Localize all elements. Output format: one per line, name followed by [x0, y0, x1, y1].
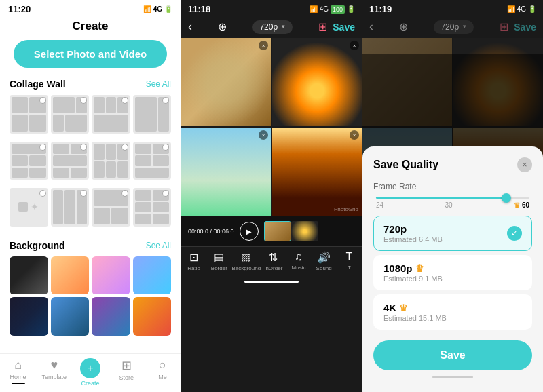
collage-see-all[interactable]: See All — [146, 79, 171, 89]
collage-template-10[interactable] — [51, 188, 90, 227]
nav-create-label: Create — [81, 380, 100, 387]
time-2: 11:18 — [188, 4, 210, 14]
modal-close-button[interactable]: × — [517, 157, 532, 172]
crown-icon-1080p: ♛ — [415, 263, 424, 274]
quality-4k[interactable]: 4K ♛ Estimated 15.1 MB — [373, 294, 532, 330]
collage-template-8[interactable] — [133, 142, 172, 180]
nav-create[interactable]: + Create — [72, 358, 108, 387]
profile-icon: ○ — [159, 358, 166, 372]
grid-icon-2[interactable]: ⊞ — [318, 20, 327, 33]
bg-item-7[interactable] — [92, 297, 130, 336]
select-photo-video-button[interactable]: Select Photo and Video — [14, 40, 167, 68]
bg-item-6[interactable] — [51, 297, 90, 336]
editor-topbar: ‹ ⊕ 720p ▼ ⊞ Save — [181, 17, 362, 38]
resolution-label-3: 720p — [441, 22, 459, 32]
background-see-all[interactable]: See All — [146, 241, 171, 250]
photo-tower: × — [181, 128, 271, 216]
collage-template-5[interactable] — [10, 142, 48, 180]
template-radio-11 — [121, 190, 128, 197]
signal-icon-3: 📶 — [507, 5, 515, 13]
photo-close-1[interactable]: × — [259, 41, 268, 50]
modal-overlay: Save Quality × Frame Rate 24 30 ♛ 60 — [362, 54, 543, 392]
quality-options: 720p Estimated 6.4 MB ✓ 1080p ♛ Estimate… — [373, 216, 532, 330]
editor-actions-2: ⊞ Save — [318, 20, 355, 33]
tool-bg-label: Background — [231, 265, 261, 271]
quality-1080p-label: 1080p ♛ — [383, 262, 443, 274]
collage-template-3[interactable] — [92, 95, 130, 134]
nav-me[interactable]: ○ Me — [145, 358, 181, 387]
nav-store[interactable]: ⊞ Store — [109, 358, 145, 387]
quality-4k-label: 4K ♛ — [383, 302, 447, 313]
collage-template-4[interactable] — [133, 95, 172, 134]
bg-item-4[interactable] — [133, 256, 172, 295]
quality-1080p[interactable]: 1080p ♛ Estimated 9.1 MB — [373, 255, 532, 290]
collage-template-2[interactable] — [51, 95, 90, 134]
store-icon: ⊞ — [121, 358, 132, 373]
tool-text[interactable]: T T — [337, 251, 362, 271]
page-title-create: Create — [0, 17, 181, 40]
photo-close-4[interactable]: × — [350, 130, 359, 140]
tool-inorder-label: InOrder — [264, 265, 282, 271]
bg-tool-icon: ▨ — [241, 251, 251, 264]
frame-rate-slider[interactable]: 24 30 ♛ 60 — [373, 197, 532, 209]
quality-720p[interactable]: 720p Estimated 6.4 MB ✓ — [373, 216, 532, 251]
status-icons-2: 📶 4G 100 🔋 — [310, 5, 355, 14]
slider-thumb[interactable] — [502, 193, 511, 203]
frame-rate-label: Frame Rate — [373, 182, 532, 191]
resolution-selector-2[interactable]: 720p ▼ — [252, 20, 293, 34]
collage-template-1[interactable] — [10, 95, 48, 134]
collage-wall-header: Collage Wall See All — [0, 79, 181, 95]
tool-border[interactable]: ▤ Border — [206, 251, 231, 271]
network-2: 4G — [320, 5, 329, 13]
slider-max-label: ♛ 60 — [514, 201, 529, 209]
ratio-icon: ⊡ — [189, 251, 198, 264]
scrubber[interactable] — [264, 220, 355, 242]
bg-item-5[interactable] — [10, 297, 48, 336]
back-button-2[interactable]: ‹ — [188, 20, 192, 34]
play-button[interactable]: ▶ — [240, 222, 259, 241]
collage-template-12[interactable] — [133, 188, 172, 227]
collage-template-11[interactable] — [92, 188, 130, 227]
collage-template-6[interactable] — [51, 142, 90, 180]
home-indicator-3 — [432, 376, 473, 378]
bg-item-2[interactable] — [51, 256, 90, 295]
layers-icon-2[interactable]: ⊕ — [218, 20, 227, 33]
battery-icon-2: 🔋 — [347, 5, 355, 13]
nav-template[interactable]: ♥ Template — [36, 358, 72, 387]
time-3: 11:19 — [369, 4, 392, 14]
border-icon: ▤ — [214, 251, 224, 264]
bg-item-1[interactable] — [10, 256, 48, 295]
bg-item-8[interactable] — [133, 297, 172, 336]
collage-grid-row1 — [0, 95, 181, 142]
resolution-arrow-2: ▼ — [280, 24, 286, 30]
nav-store-label: Store — [119, 374, 134, 381]
bg-item-3[interactable] — [92, 256, 130, 295]
quality-720p-check: ✓ — [507, 226, 522, 241]
tool-ratio[interactable]: ⊡ Ratio — [181, 251, 206, 271]
home-icon: ⌂ — [14, 358, 22, 372]
tool-text-label: T — [348, 264, 351, 271]
save-button-2[interactable]: Save — [333, 22, 355, 33]
nav-template-label: Template — [42, 374, 67, 380]
quality-4k-info: 4K ♛ Estimated 15.1 MB — [383, 302, 447, 322]
collage-template-7[interactable] — [92, 142, 130, 180]
photo-crowd: × — [272, 128, 362, 216]
tool-music-label: Music — [292, 264, 306, 271]
tool-inorder[interactable]: ⇅ InOrder — [261, 251, 286, 271]
collage-template-9[interactable]: ✦ — [10, 188, 48, 227]
layers-icon-3: ⊕ — [399, 20, 408, 33]
bottom-tools: ⊡ Ratio ▤ Border ▨ Background ⇅ InOrder … — [181, 246, 362, 278]
template-radio-5 — [39, 144, 46, 151]
nav-home[interactable]: ⌂ Home — [0, 358, 36, 387]
tool-sound[interactable]: 🔊 Sound — [312, 251, 337, 271]
photo-close-2[interactable]: × — [350, 41, 359, 50]
modal-save-button[interactable]: Save — [373, 340, 532, 370]
text-icon: T — [346, 251, 353, 263]
tool-music[interactable]: ♫ Music — [286, 251, 311, 271]
slider-fill — [376, 197, 506, 199]
photo-close-3[interactable]: × — [259, 130, 268, 140]
create-circle-icon: + — [80, 358, 100, 378]
heart-icon: ♥ — [50, 358, 58, 372]
tool-sound-label: Sound — [316, 265, 332, 271]
tool-background[interactable]: ▨ Background — [231, 251, 261, 271]
